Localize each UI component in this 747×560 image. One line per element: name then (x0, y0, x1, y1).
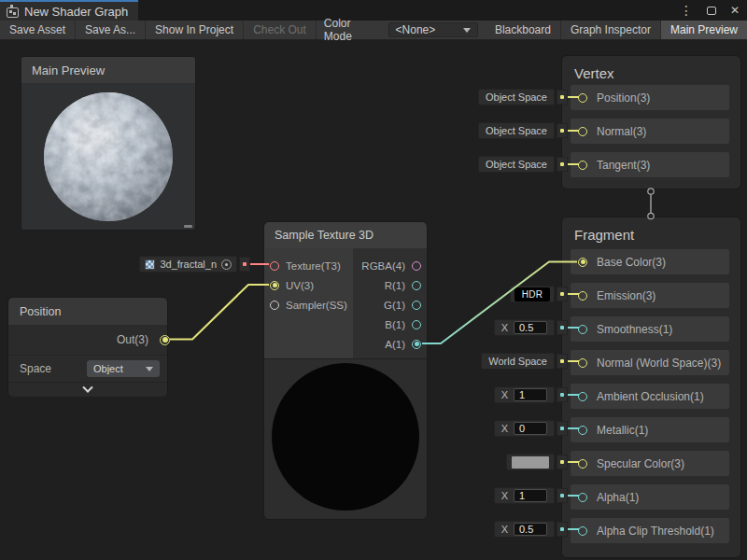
chip-connector-dot (239, 257, 250, 272)
tangent-input-port[interactable] (578, 161, 587, 170)
fragment-context-node[interactable]: Fragment Base Color(3) Emission(3) Smoot… (561, 217, 741, 558)
fragment-slot-metallic[interactable]: Metallic(1) (571, 417, 729, 442)
normal-input-port[interactable] (578, 127, 587, 136)
color-mode-value: <None> (396, 23, 436, 36)
slot-label: Metallic(1) (597, 424, 648, 437)
ambient-occlusion-input-port[interactable] (578, 392, 587, 401)
r-output-port[interactable] (412, 281, 421, 290)
input-texture[interactable]: Texture(T3) (264, 256, 353, 275)
normal-space-chip[interactable]: Object Space (478, 122, 568, 139)
position-node-title[interactable]: Position (8, 298, 167, 325)
main-preview-header[interactable]: Main Preview (21, 57, 195, 83)
maximize-icon[interactable] (707, 7, 716, 15)
emission-hdr-chip[interactable]: HDR (510, 286, 568, 302)
slot-label: Normal(3) (597, 125, 646, 138)
b-output-port[interactable] (412, 320, 421, 329)
position-space-chip[interactable]: Object Space (478, 89, 568, 105)
space-dropdown[interactable]: Object (87, 360, 160, 377)
fragment-slot-alpha-clip[interactable]: Alpha Clip Threshold(1) (571, 518, 729, 543)
metallic-value-field[interactable]: 0 (514, 422, 547, 435)
input-uv[interactable]: UV(3) (264, 275, 353, 295)
show-in-project-button[interactable]: Show In Project (146, 21, 244, 39)
edge-position-out-to-uv[interactable] (170, 285, 269, 340)
smoothness-value-chip[interactable]: X0.5 (494, 319, 568, 336)
vertex-slot-tangent[interactable]: Tangent(3) (571, 152, 729, 177)
normal-ws-space-chip[interactable]: World Space (481, 353, 568, 370)
slot-label: Specular Color(3) (597, 457, 684, 470)
main-preview-viewport[interactable] (21, 83, 195, 230)
metallic-input-port[interactable] (578, 426, 587, 435)
vertex-slot-normal[interactable]: Normal(3) (571, 119, 729, 144)
sample-texture-node-title[interactable]: Sample Texture 3D (264, 222, 427, 248)
fragment-slot-normal-ws[interactable]: Normal (World Space)(3) (571, 350, 729, 375)
vertex-context-node[interactable]: Vertex Position(3) Normal(3) Tangent(3) (561, 55, 741, 189)
main-preview-panel[interactable]: Main Preview (21, 56, 196, 231)
output-rgba[interactable]: RGBA(4) (353, 256, 427, 275)
tangent-space-chip[interactable]: Object Space (478, 156, 568, 173)
output-a[interactable]: A(1) (353, 334, 427, 354)
specular-color-chip[interactable] (506, 454, 568, 470)
fragment-slot-ambient-occlusion[interactable]: Ambient Occlusion(1) (571, 384, 729, 409)
close-icon[interactable]: ✕ (730, 5, 740, 16)
smoothness-value-field[interactable]: 0.5 (514, 321, 547, 334)
alpha-input-port[interactable] (578, 493, 587, 502)
chip-connector-dot (557, 387, 568, 402)
specular-color-input-port[interactable] (578, 459, 587, 469)
metallic-value-chip[interactable]: X0 (494, 420, 568, 437)
chip-connector-dot (557, 354, 568, 369)
fragment-slot-emission[interactable]: Emission(3) (571, 283, 729, 308)
position-node[interactable]: Position Out(3) Space Object (7, 297, 168, 397)
kebab-menu-icon[interactable]: ⋮ (680, 4, 693, 17)
smoothness-input-port[interactable] (578, 325, 587, 334)
alpha-clip-value-field[interactable]: 0.5 (514, 523, 547, 536)
output-g[interactable]: G(1) (353, 295, 427, 315)
slot-label: Tangent(3) (597, 159, 650, 172)
object-picker-icon[interactable] (221, 259, 232, 270)
fragment-slot-specular-color[interactable]: Specular Color(3) (571, 451, 729, 476)
sample-texture-3d-node[interactable]: Sample Texture 3D Texture(T3) UV(3) Samp… (263, 221, 428, 520)
output-r[interactable]: R(1) (353, 275, 427, 295)
g-output-port[interactable] (412, 301, 421, 310)
slot-label: Alpha(1) (597, 491, 639, 504)
chip-connector-dot (557, 522, 568, 537)
color-mode-dropdown[interactable]: <None> (388, 22, 478, 37)
fragment-slot-alpha[interactable]: Alpha(1) (571, 484, 729, 510)
save-as-button[interactable]: Save As... (76, 21, 146, 39)
alpha-value-field[interactable]: 1 (514, 489, 547, 502)
position-output-row[interactable]: Out(3) (8, 325, 167, 356)
position-input-port[interactable] (578, 93, 587, 103)
a-output-port[interactable] (412, 340, 421, 349)
ambient-occlusion-value-field[interactable]: 1 (514, 388, 547, 401)
alpha-value-chip[interactable]: X1 (494, 487, 568, 504)
rgba-output-port[interactable] (412, 261, 421, 271)
fragment-slot-base-color[interactable]: Base Color(3) (571, 249, 729, 274)
specular-color-swatch[interactable] (512, 456, 549, 469)
fragment-slot-smoothness[interactable]: Smoothness(1) (571, 316, 729, 342)
sampler-input-port[interactable] (270, 301, 279, 310)
input-sampler[interactable]: Sampler(SS) (264, 295, 353, 315)
output-b[interactable]: B(1) (353, 315, 427, 334)
texture-object-field[interactable]: 3d_fractal_n (139, 256, 237, 273)
ambient-occlusion-value-chip[interactable]: X1 (494, 386, 568, 403)
graph-inspector-toggle-button[interactable]: Graph Inspector (561, 21, 661, 39)
uv-input-port[interactable] (270, 281, 279, 290)
tab-new-shader-graph[interactable]: New Shader Graph (0, 0, 138, 21)
tab-title: New Shader Graph (24, 5, 128, 19)
vertex-slot-position[interactable]: Position(3) (571, 85, 729, 110)
emission-input-port[interactable] (578, 291, 587, 301)
texture-asset-chip[interactable]: 3d_fractal_n (139, 256, 250, 273)
node-preview-area (264, 358, 427, 519)
hdr-color-field[interactable]: HDR (514, 287, 550, 301)
base-color-input-port[interactable] (578, 258, 587, 267)
collapse-preview-button[interactable] (8, 382, 167, 397)
alpha-clip-input-port[interactable] (578, 526, 587, 536)
alpha-clip-value-chip[interactable]: X0.5 (494, 521, 568, 538)
blackboard-toggle-button[interactable]: Blackboard (486, 21, 561, 39)
texture-asset-name: 3d_fractal_n (160, 259, 217, 270)
out-output-port[interactable] (160, 335, 170, 345)
normal-ws-input-port[interactable] (578, 358, 587, 368)
texture-input-port[interactable] (270, 261, 279, 271)
resize-handle[interactable] (184, 225, 192, 228)
main-preview-toggle-button[interactable]: Main Preview (661, 21, 747, 39)
save-asset-button[interactable]: Save Asset (0, 21, 76, 39)
